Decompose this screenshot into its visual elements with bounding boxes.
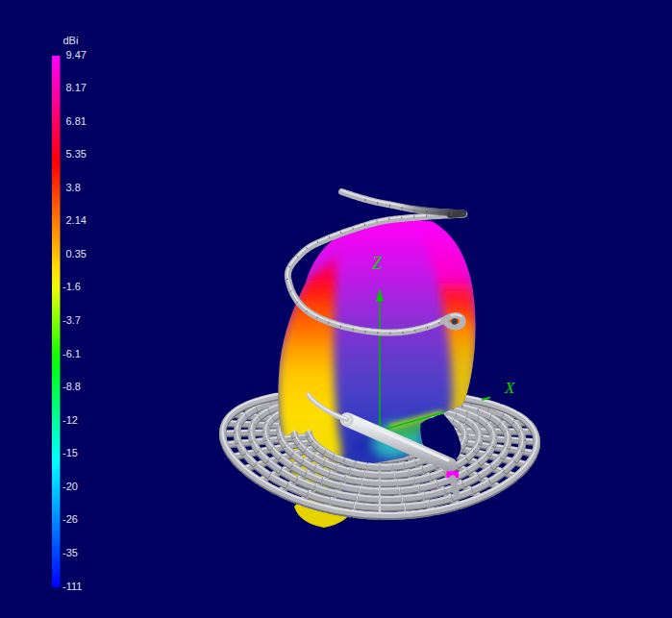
svg-text:X: X bbox=[504, 379, 515, 397]
svg-text:Z: Z bbox=[372, 254, 383, 273]
